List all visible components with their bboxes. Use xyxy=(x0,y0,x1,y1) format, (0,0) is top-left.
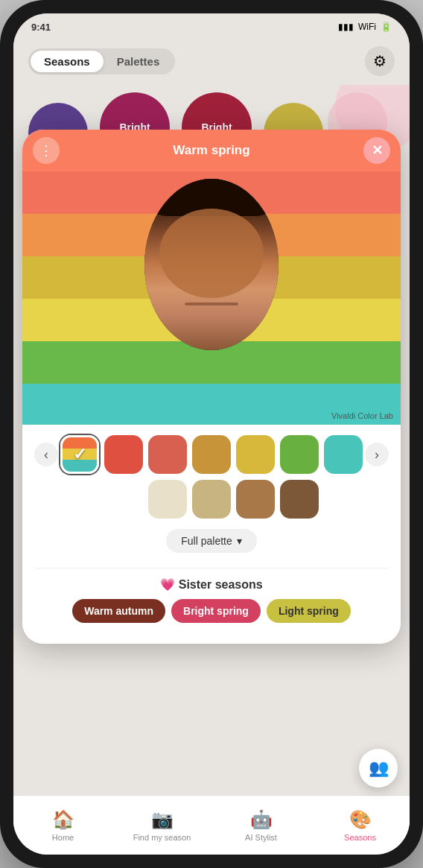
seasons-background: Deep Bright Bright Light ⋮ xyxy=(13,85,410,795)
nav-item-seasons[interactable]: 🎨 Seasons xyxy=(311,809,410,842)
nav-label-ai-stylist: AI Stylist xyxy=(245,833,277,842)
mouth-line xyxy=(185,302,238,305)
chevron-left-icon: ‹ xyxy=(44,447,48,463)
palette-swatches-row2 xyxy=(77,480,389,519)
fab-button[interactable]: 👥 xyxy=(359,749,398,788)
nav-item-home[interactable]: 🏠 Home xyxy=(13,809,112,842)
gear-button[interactable]: ⚙ xyxy=(365,46,395,76)
vivaldi-label: Vivaldi Color Lab xyxy=(331,411,393,420)
color-stripes-section: Vivaldi Color Lab xyxy=(22,171,401,425)
full-palette-button[interactable]: Full palette ▾ xyxy=(166,529,256,553)
nav-item-ai-stylist[interactable]: 🤖 AI Stylist xyxy=(212,809,311,842)
people-icon: 👥 xyxy=(369,758,389,778)
palette-row-container: ‹ ✓ xyxy=(34,435,389,474)
swatch-selected[interactable]: ✓ xyxy=(60,435,99,474)
prev-arrow-button[interactable]: ‹ xyxy=(34,443,58,466)
modal-header: ⋮ Warm spring ✕ xyxy=(22,130,401,171)
tab-seasons[interactable]: Seasons xyxy=(31,51,104,72)
menu-dots-icon: ⋮ xyxy=(39,142,53,159)
nav-label-seasons: Seasons xyxy=(344,833,376,842)
checkmark-icon: ✓ xyxy=(73,445,86,464)
close-icon: ✕ xyxy=(372,142,383,159)
next-arrow-button[interactable]: › xyxy=(365,443,389,466)
swatch-7[interactable] xyxy=(324,435,363,474)
nav-item-find-season[interactable]: 📷 Find my season xyxy=(112,809,212,842)
face-area xyxy=(159,209,264,298)
swatch-3[interactable] xyxy=(148,435,187,474)
portrait-overlay xyxy=(144,179,279,350)
palette-swatches-row1: ✓ xyxy=(60,435,363,474)
battery-icon: 🔋 xyxy=(381,22,392,32)
swatch-neutral-1[interactable] xyxy=(148,480,187,519)
sister-tag-warm-autumn[interactable]: Warm autumn xyxy=(72,599,165,623)
sister-tag-bright-spring[interactable]: Bright spring xyxy=(171,599,261,623)
full-palette-label: Full palette xyxy=(181,535,232,547)
swatch-2[interactable] xyxy=(104,435,143,474)
tab-group: Seasons Palettes xyxy=(28,48,175,75)
tab-palettes[interactable]: Palettes xyxy=(104,51,174,72)
palette-section: ‹ ✓ xyxy=(22,425,401,644)
phone-frame: 9:41 ▮▮▮ WiFi 🔋 Seasons Palettes ⚙ xyxy=(0,0,423,868)
swatch-6[interactable] xyxy=(280,435,319,474)
wifi-icon: WiFi xyxy=(358,22,376,32)
status-bar: 9:41 ▮▮▮ WiFi 🔋 xyxy=(13,13,410,40)
swatch-5[interactable] xyxy=(236,435,275,474)
modal-card: ⋮ Warm spring ✕ xyxy=(22,130,401,644)
status-time: 9:41 xyxy=(31,22,51,33)
nav-label-home: Home xyxy=(52,833,74,842)
swatch-4[interactable] xyxy=(192,435,231,474)
sister-tags-container: Warm autumn Bright spring Light spring xyxy=(46,599,377,623)
home-icon: 🏠 xyxy=(52,809,74,830)
app-header: Seasons Palettes ⚙ xyxy=(13,40,410,85)
chevron-right-icon: › xyxy=(375,447,379,463)
seasons-icon: 🎨 xyxy=(349,809,372,830)
dropdown-icon: ▾ xyxy=(237,535,242,547)
sister-seasons-title: 💗 Sister seasons xyxy=(46,577,377,592)
sister-seasons-section: 💗 Sister seasons Warm autumn Bright spri… xyxy=(34,577,389,635)
status-icons: ▮▮▮ WiFi 🔋 xyxy=(338,22,392,32)
modal-menu-button[interactable]: ⋮ xyxy=(33,137,60,164)
phone-screen: 9:41 ▮▮▮ WiFi 🔋 Seasons Palettes ⚙ xyxy=(13,13,410,855)
ai-stylist-icon: 🤖 xyxy=(250,809,273,830)
portrait-image xyxy=(144,179,279,350)
camera-icon: 📷 xyxy=(151,809,174,830)
modal-title: Warm spring xyxy=(173,143,249,158)
nav-label-find-season: Find my season xyxy=(133,833,191,842)
swatch-neutral-4[interactable] xyxy=(280,480,319,519)
swatch-neutral-2[interactable] xyxy=(192,480,231,519)
full-palette-container: Full palette ▾ xyxy=(34,525,389,562)
swatch-neutral-3[interactable] xyxy=(236,480,275,519)
gear-icon: ⚙ xyxy=(373,52,387,70)
signal-icon: ▮▮▮ xyxy=(338,22,354,32)
modal-close-button[interactable]: ✕ xyxy=(363,137,390,164)
sister-tag-light-spring[interactable]: Light spring xyxy=(267,599,351,623)
bottom-nav: 🏠 Home 📷 Find my season 🤖 AI Stylist 🎨 S… xyxy=(13,795,410,855)
divider xyxy=(34,568,389,568)
